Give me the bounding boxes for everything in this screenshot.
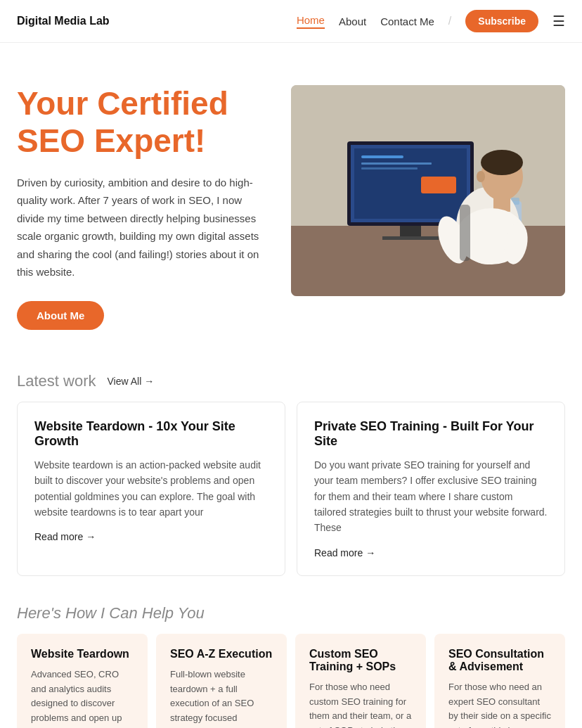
help-card-3: SEO Consultation & Advisement For those …: [434, 634, 565, 728]
hero-text: Your Certified SEO Expert! Driven by cur…: [17, 85, 270, 330]
help-card-title-1: SEO A-Z Execution: [170, 648, 273, 660]
menu-button[interactable]: ☰: [552, 13, 565, 30]
help-card-desc-2: For those who need custom SEO training f…: [309, 680, 412, 728]
hero-description: Driven by curiosity, ambition and desire…: [17, 174, 270, 281]
work-card-title-0: Website Teardown - 10x Your Site Growth: [34, 419, 268, 449]
latest-work-cards: Website Teardown - 10x Your Site Growth …: [17, 402, 565, 576]
svg-rect-4: [400, 226, 421, 236]
help-cards: Website Teardown Advanced SEO, CRO and a…: [17, 634, 565, 728]
help-card-desc-1: Full-blown website teardown + a full exe…: [170, 668, 273, 728]
site-logo: Digital Media Lab: [17, 15, 110, 27]
nav-link-about[interactable]: About: [339, 15, 366, 27]
svg-rect-21: [460, 205, 470, 261]
read-more-link-0[interactable]: Read more →: [34, 531, 268, 542]
help-title: Here's How I Can Help You: [17, 604, 565, 622]
work-card-desc-0: Website teardown is an action-packed web…: [34, 457, 268, 521]
help-card-title-2: Custom SEO Training + SOPs: [309, 648, 412, 673]
nav-link-contact[interactable]: Contact Me: [380, 15, 434, 27]
hero-section: Your Certified SEO Expert! Driven by cur…: [0, 43, 582, 358]
help-card-title-0: Website Teardown: [31, 648, 134, 660]
work-card-desc-1: Do you want private SEO training for you…: [314, 457, 548, 536]
work-card-1: Private SEO Training - Built For Your Si…: [297, 402, 565, 576]
read-more-link-1[interactable]: Read more →: [314, 547, 548, 558]
help-card-0: Website Teardown Advanced SEO, CRO and a…: [17, 634, 148, 728]
view-all-link[interactable]: View All →: [108, 376, 155, 387]
help-card-title-3: SEO Consultation & Advisement: [448, 648, 551, 673]
latest-work-header: Latest work View All →: [17, 372, 565, 390]
help-card-desc-3: For those who need an expert SEO consult…: [448, 680, 551, 728]
subscribe-button[interactable]: Subscribe: [465, 10, 538, 32]
svg-rect-9: [361, 167, 418, 170]
help-card-2: Custom SEO Training + SOPs For those who…: [295, 634, 426, 728]
nav-links: Home About Contact Me / Subscribe ☰: [297, 10, 565, 32]
svg-rect-8: [361, 162, 432, 165]
latest-work-section: Latest work View All → Website Teardown …: [0, 358, 582, 590]
work-card-title-1: Private SEO Training - Built For Your Si…: [314, 419, 548, 449]
svg-point-16: [477, 171, 485, 182]
nav-divider: /: [448, 15, 451, 27]
svg-rect-7: [361, 155, 403, 158]
work-card-0: Website Teardown - 10x Your Site Growth …: [17, 402, 285, 576]
hero-title: Your Certified SEO Expert!: [17, 85, 270, 160]
svg-rect-10: [421, 177, 456, 193]
nav-link-home[interactable]: Home: [297, 14, 325, 29]
navigation: Digital Media Lab Home About Contact Me …: [0, 0, 582, 43]
help-card-1: SEO A-Z Execution Full-blown website tea…: [156, 634, 287, 728]
hero-image-svg: [291, 85, 565, 296]
hero-image: [291, 85, 565, 296]
svg-point-15: [481, 150, 523, 175]
help-section: Here's How I Can Help You Website Teardo…: [0, 590, 582, 728]
latest-work-title: Latest work: [17, 372, 96, 390]
svg-rect-5: [382, 236, 439, 240]
about-me-button[interactable]: About Me: [17, 301, 104, 330]
help-card-desc-0: Advanced SEO, CRO and analytics audits d…: [31, 668, 134, 728]
